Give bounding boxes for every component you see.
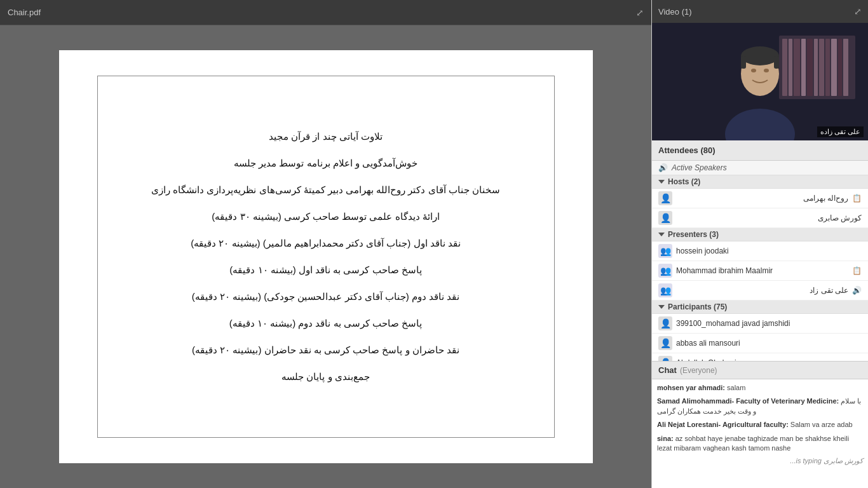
left-header: Chair.pdf ⤢ <box>0 0 651 25</box>
presenter-avatar-2: 👥 <box>658 264 672 278</box>
video-feed: علی تقی زاده <box>652 23 868 140</box>
chat-text: Salam va arze adab <box>789 421 853 428</box>
presenter-name-3: علی تقی زاد <box>676 286 848 295</box>
participant-avatar-3: 👤 <box>658 356 672 361</box>
presenter-row-2: 👥 Mohammad ibrahim Maalmir 📋 <box>652 261 868 281</box>
svg-rect-18 <box>741 56 746 69</box>
participant-name-2: abbas ali mansouri <box>676 339 862 348</box>
presenter-name-1: hossein joodaki <box>676 247 862 255</box>
pdf-line: نقد ناقد دوم (جناب آقای دکتر عبدالحسین ج… <box>192 289 460 304</box>
left-expand-button[interactable]: ⤢ <box>636 8 644 18</box>
svg-rect-5 <box>801 39 806 96</box>
pdf-document: تلاوت آیاتی چند از قرآن مجیدخوش‌آمدگویی … <box>59 50 593 463</box>
participant-row-1: 👤 399100_mohamad javad jamshidi <box>652 314 868 334</box>
chat-message: sina: az sohbat haye jenabe taghizade ma… <box>657 434 863 454</box>
presenter-action-icon-2[interactable]: 📋 <box>852 266 862 275</box>
presenters-section-row[interactable]: Presenters (3) <box>652 228 868 241</box>
speaker-icon: 🔊 <box>658 163 668 172</box>
host-name-1: روح‌اله بهرامی <box>676 194 848 203</box>
svg-rect-9 <box>825 39 830 96</box>
participant-row-2: 👤 abbas ali mansouri <box>652 334 868 353</box>
svg-rect-11 <box>838 39 842 96</box>
pdf-line: تلاوت آیاتی چند از قرآن مجید <box>269 129 383 144</box>
presenter-row-1: 👥 hossein joodaki <box>652 241 868 261</box>
active-speakers-row: 🔊 Active Speakers <box>652 161 868 175</box>
chat-scope: (Everyone) <box>680 366 717 375</box>
left-title: Chair.pdf <box>8 8 41 17</box>
host-row-2: 👤 کورش صابری <box>652 208 868 228</box>
participant-name-1: 399100_mohamad javad jamshidi <box>676 319 862 328</box>
chat-message: Samad Alimohammadi- Faculty of Veterinar… <box>657 396 863 416</box>
presenter-row-3: 👥 علی تقی زاد 🔊 <box>652 281 868 301</box>
video-expand-button[interactable]: ⤢ <box>854 6 862 17</box>
pdf-line: خوش‌آمدگویی و اعلام برنامه توسط مدیر جلس… <box>234 156 417 171</box>
video-name-tag: علی تقی زاده <box>817 126 864 137</box>
svg-rect-19 <box>774 56 779 69</box>
chat-text: az sohbat haye jenabe taghizade man be s… <box>657 435 849 452</box>
chat-text: salam <box>725 384 745 391</box>
svg-rect-6 <box>807 39 813 96</box>
chat-message: mohsen yar ahmadi: salam <box>657 383 863 393</box>
chat-sender: mohsen yar ahmadi: <box>657 384 725 391</box>
svg-point-16 <box>764 69 769 72</box>
svg-rect-4 <box>794 39 800 96</box>
chat-sender: sina: <box>657 435 674 442</box>
left-panel: Chair.pdf ⤢ تلاوت آیاتی چند از قرآن مجید… <box>0 0 651 488</box>
video-background <box>652 23 868 140</box>
attendees-title: Attendees (80) <box>658 146 715 155</box>
presenter-avatar-icon-2: 👥 <box>660 266 671 276</box>
participants-section-label: Participants (75) <box>668 302 727 311</box>
presenter-action-icon-3[interactable]: 🔊 <box>852 286 862 295</box>
right-panel: Video (1) ⤢ <box>651 0 868 488</box>
participant-avatar-2: 👤 <box>658 336 672 350</box>
pdf-inner-box: تلاوت آیاتی چند از قرآن مجیدخوش‌آمدگویی … <box>97 76 555 438</box>
attendees-header: Attendees (80) <box>652 140 868 161</box>
chat-section: Chat (Everyone) mohsen yar ahmadi: salam… <box>652 361 868 488</box>
presenter-name-2: Mohammad ibrahim Maalmir <box>676 266 848 275</box>
participant-avatar-icon-2: 👤 <box>660 338 671 348</box>
svg-rect-2 <box>782 39 787 96</box>
video-title: Video (1) <box>658 7 692 17</box>
host-avatar-icon-1: 👤 <box>660 193 671 203</box>
presenters-collapse-icon <box>658 233 665 236</box>
presenter-avatar-3: 👥 <box>658 283 672 297</box>
presenter-avatar-icon-1: 👥 <box>660 246 671 256</box>
presenters-section-label: Presenters (3) <box>668 230 719 239</box>
presenter-avatar-icon-3: 👥 <box>660 285 671 295</box>
participant-avatar-1: 👤 <box>658 316 672 330</box>
attendees-section: Attendees (80) 🔊 Active Speakers Hosts (… <box>652 140 868 361</box>
hosts-section-row[interactable]: Hosts (2) <box>652 175 868 189</box>
svg-rect-12 <box>843 39 848 96</box>
pdf-line: پاسخ صاحب کرسی به ناقد اول (بیشنه ۱۰ دقی… <box>229 262 421 278</box>
host-avatar-icon-2: 👤 <box>660 213 671 223</box>
video-person-svg <box>652 23 868 140</box>
svg-rect-3 <box>789 39 792 96</box>
svg-rect-7 <box>814 39 818 96</box>
pdf-line: جمع‌بندی و پایان جلسه <box>281 369 370 384</box>
active-speakers-label: Active Speakers <box>672 163 727 172</box>
host-action-icon-1[interactable]: 📋 <box>852 194 862 203</box>
pdf-line: نقد ناقد اول (جناب آقای دکتر محمدابراهیم… <box>191 236 461 251</box>
svg-rect-8 <box>819 39 824 96</box>
participants-section-row[interactable]: Participants (75) <box>652 301 868 314</box>
svg-point-17 <box>741 46 779 65</box>
host-row-1: 👤 روح‌اله بهرامی 📋 <box>652 189 868 208</box>
participants-collapse-icon <box>658 305 665 309</box>
chat-message: Ali Nejat Lorestani- Agricultural facult… <box>657 420 863 430</box>
pdf-line: نقد حاضران و پاسخ صاحب کرسی به نقد حاضرا… <box>192 342 459 358</box>
participant-avatar-icon-1: 👤 <box>660 318 671 329</box>
attendees-list[interactable]: 🔊 Active Speakers Hosts (2) 👤 روح‌اله به… <box>652 161 868 361</box>
chat-sender: Ali Nejat Lorestani- Agricultural facult… <box>657 421 789 428</box>
chat-title: Chat <box>658 365 677 375</box>
chat-messages[interactable]: mohsen yar ahmadi: salamSamad Alimohamma… <box>652 379 868 488</box>
host-name-2: کورش صابری <box>676 214 862 222</box>
host-avatar-2: 👤 <box>658 211 672 225</box>
chat-typing-indicator: کورش صابری is typing... <box>657 457 863 465</box>
svg-rect-10 <box>831 39 837 96</box>
hosts-collapse-icon <box>658 180 665 184</box>
video-header: Video (1) ⤢ <box>652 0 868 23</box>
hosts-section-label: Hosts (2) <box>668 177 700 186</box>
participant-row-3: 👤 Abdollah Gholami <box>652 353 868 361</box>
pdf-area: تلاوت آیاتی چند از قرآن مجیدخوش‌آمدگویی … <box>0 25 651 488</box>
pdf-line: سخنان جناب آقای دکتر روح‌الله بهرامی دبی… <box>151 182 500 198</box>
